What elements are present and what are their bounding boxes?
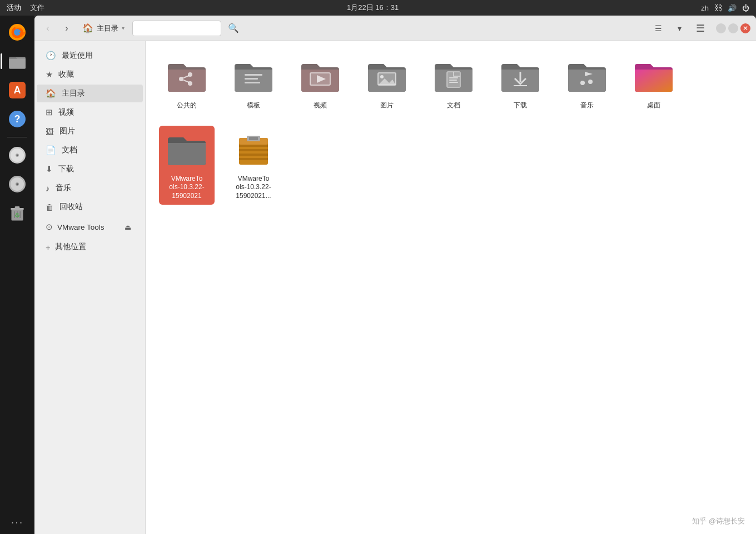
file-item-vmwaretools-archive[interactable]: VMwareTo ols-10.3.22- 15902021... xyxy=(226,126,281,205)
home-sidebar-icon: 🏠 xyxy=(46,88,56,98)
file-label-videos: 视频 xyxy=(314,101,327,110)
dock-item-appstore[interactable]: A xyxy=(4,77,31,103)
documents-icon: 📄 xyxy=(46,145,56,155)
sidebar-item-trash[interactable]: 🗑 回收站 xyxy=(37,198,143,216)
forward-button[interactable]: › xyxy=(59,21,74,36)
sidebar-item-home[interactable]: 🏠 主目录 xyxy=(37,85,143,102)
file-item-videos[interactable]: 视频 xyxy=(292,52,348,115)
sound-icon[interactable]: 🔊 xyxy=(728,4,737,12)
svg-rect-19 xyxy=(15,206,20,208)
disc-icon: ⊙ xyxy=(46,222,53,232)
activities-button[interactable]: 活动 xyxy=(7,3,21,13)
dock-item-help[interactable]: ? xyxy=(4,106,31,132)
datetime-display: 1月22日 16：31 xyxy=(347,3,399,13)
downloads-icon: ⬇ xyxy=(46,164,53,174)
file-item-downloads[interactable]: 下载 xyxy=(493,52,548,115)
file-item-documents[interactable]: 文档 xyxy=(426,52,481,115)
dock-item-files[interactable] xyxy=(4,48,31,75)
sidebar-item-videos[interactable]: ⊞ 视频 xyxy=(37,103,143,121)
file-item-pictures[interactable]: 图片 xyxy=(359,52,415,115)
list-view-button[interactable]: ☰ xyxy=(649,21,667,36)
file-item-vmwaretools-selected[interactable]: VMwareTo ols-10.3.22- 15902021 xyxy=(159,126,215,205)
sidebar-item-recent[interactable]: 🕐 最近使用 xyxy=(37,47,143,65)
folder-icon-music xyxy=(567,57,607,97)
svg-rect-18 xyxy=(11,208,24,210)
eject-button[interactable]: ⏏ xyxy=(122,221,134,233)
home-path-button[interactable]: 🏠 主目录 ▾ xyxy=(78,21,129,36)
dock-item-trash[interactable]: ♻ xyxy=(4,200,31,226)
trash-sidebar-icon: 🗑 xyxy=(46,202,54,212)
sidebar-item-music[interactable]: ♪ 音乐 xyxy=(37,179,143,197)
file-label-music: 音乐 xyxy=(580,101,594,110)
sidebar-item-bookmarks[interactable]: ★ 收藏 xyxy=(37,66,143,83)
topbar: 活动 文件 1月22日 16：31 zh ⛓ 🔊 ⏻ xyxy=(0,0,756,16)
menu-button[interactable]: ☰ xyxy=(692,21,709,36)
folder-icon-downloads xyxy=(500,57,540,97)
sidebar-drive-label: VMware Tools xyxy=(57,223,105,231)
file-item-templates[interactable]: 模板 xyxy=(226,52,281,115)
svg-text:A: A xyxy=(14,85,21,96)
file-label-vmware-selected: VMwareTo ols-10.3.22- 15902021 xyxy=(169,175,204,201)
close-button[interactable]: ✕ xyxy=(740,23,750,33)
dock-item-dvd1[interactable] xyxy=(4,142,31,169)
topbar-right: zh ⛓ 🔊 ⏻ xyxy=(701,3,749,12)
window-controls: — ❐ ✕ xyxy=(716,23,750,33)
svg-rect-46 xyxy=(239,149,268,151)
folder-icon-pictures xyxy=(367,57,407,97)
sidebar-item-pictures[interactable]: 🖼 图片 xyxy=(37,122,143,140)
minimize-icon: — xyxy=(718,25,724,32)
hamburger-icon: ☰ xyxy=(696,22,705,34)
svg-text:?: ? xyxy=(14,113,21,125)
folder-icon-templates xyxy=(233,57,273,97)
file-item-desktop[interactable]: 桌面 xyxy=(626,52,682,115)
file-grid-area: 公共的 xyxy=(146,41,756,534)
file-item-music[interactable]: 音乐 xyxy=(559,52,615,115)
svg-rect-48 xyxy=(239,158,268,160)
view-dropdown-icon: ▾ xyxy=(678,24,682,33)
dock-more-apps[interactable]: ··· xyxy=(11,516,24,528)
maximize-icon: ❐ xyxy=(730,24,736,32)
dock-separator-1 xyxy=(7,137,27,137)
search-button[interactable]: 🔍 xyxy=(225,21,242,36)
svg-rect-4 xyxy=(9,59,26,69)
file-menu[interactable]: 文件 xyxy=(30,3,44,13)
watermark: 知乎 @诗想长安 xyxy=(692,516,745,526)
file-label-downloads: 下载 xyxy=(514,101,527,110)
sidebar-item-label-trash: 回收站 xyxy=(59,202,83,212)
svg-text:♻: ♻ xyxy=(14,212,20,219)
search-input[interactable] xyxy=(132,21,221,36)
svg-rect-29 xyxy=(245,74,262,76)
svg-rect-31 xyxy=(245,82,260,83)
sidebar-item-vmware-tools[interactable]: ⊙ VMware Tools ⏏ xyxy=(37,217,143,237)
eject-icon: ⏏ xyxy=(125,223,131,231)
maximize-button[interactable]: ❐ xyxy=(728,23,738,33)
file-grid: 公共的 xyxy=(159,52,743,205)
svg-point-24 xyxy=(179,77,183,81)
sidebar-item-label-videos: 视频 xyxy=(58,107,74,117)
folder-icon-videos xyxy=(300,57,340,97)
recent-icon: 🕐 xyxy=(46,51,56,61)
network-icon[interactable]: ⛓ xyxy=(714,3,722,12)
video-icon: ⊞ xyxy=(46,107,53,117)
svg-rect-30 xyxy=(245,78,258,80)
dock-item-dvd2[interactable] xyxy=(4,171,31,197)
svg-point-35 xyxy=(380,75,384,78)
svg-rect-45 xyxy=(239,145,268,147)
sidebar-item-other[interactable]: + 其他位置 xyxy=(37,238,143,256)
pictures-icon: 🖼 xyxy=(46,127,54,136)
sidebar-item-downloads[interactable]: ⬇ 下载 xyxy=(37,160,143,178)
topbar-clock: 1月22日 16：31 xyxy=(347,3,399,13)
topbar-left: 活动 文件 xyxy=(7,3,44,13)
dock-item-firefox[interactable] xyxy=(4,19,31,46)
power-icon[interactable]: ⏻ xyxy=(742,4,749,12)
sidebar-item-label-documents: 文档 xyxy=(62,145,77,155)
sidebar-item-documents[interactable]: 📄 文档 xyxy=(37,141,143,159)
view-dropdown-button[interactable]: ▾ xyxy=(670,21,688,36)
lang-indicator[interactable]: zh xyxy=(701,4,709,12)
file-item-public[interactable]: 公共的 xyxy=(159,52,215,115)
folder-icon-documents xyxy=(434,57,474,97)
star-icon: ★ xyxy=(46,70,53,80)
minimize-button[interactable]: — xyxy=(716,23,726,33)
sidebar-item-label-pictures: 图片 xyxy=(59,126,75,136)
back-button[interactable]: ‹ xyxy=(40,21,56,36)
